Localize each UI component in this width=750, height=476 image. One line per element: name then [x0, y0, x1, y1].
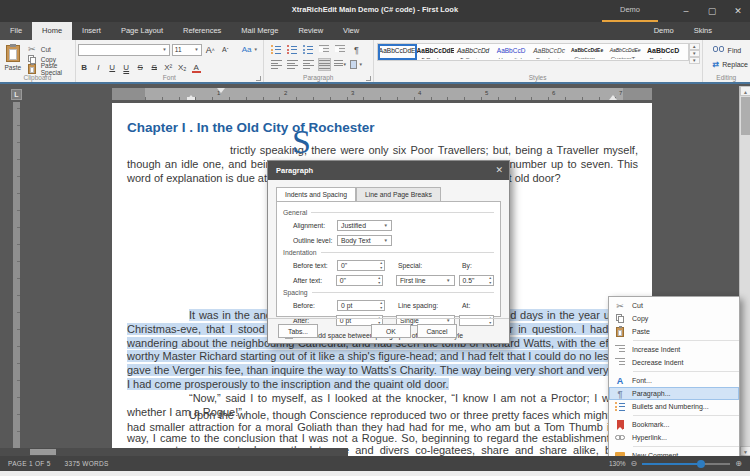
font-i-button[interactable]: I [92, 60, 105, 74]
align-center-button[interactable] [286, 58, 299, 71]
menu-item-bulletsandnumbering[interactable]: Bullets and Numbering... [609, 400, 739, 413]
menu-item-copy[interactable]: Copy [609, 312, 739, 325]
ribbon-tab-review[interactable]: Review [288, 22, 333, 40]
font-u-button[interactable]: U [106, 60, 119, 74]
titlebar-demo-tab[interactable]: Demo [602, 0, 658, 22]
minimize-button[interactable]: – [680, 6, 692, 16]
horizontal-scrollbar[interactable] [0, 448, 348, 456]
dialog-close-icon[interactable]: ✕ [495, 161, 503, 180]
style-item-custom[interactable]: AaBbCcDdEeCustom... [569, 45, 606, 59]
spacing-before-spin[interactable]: 0 pt▲▼ [337, 300, 385, 311]
menu-item-hyperlink[interactable]: Hyperlink... [609, 431, 739, 444]
paste-button[interactable]: Paste [2, 42, 24, 72]
horizontal-ruler[interactable]: 1234567 [112, 88, 652, 100]
ribbon-tab-page-layout[interactable]: Page Layout [111, 22, 173, 40]
dialog-tab-line-and-page-breaks[interactable]: Line and Page Breaks [356, 187, 441, 202]
zoom-out-icon[interactable]: ⊖ [631, 459, 638, 468]
font-b-button[interactable]: B [78, 60, 91, 74]
style-item-custo[interactable]: AaBbCcDdE¶ Custo... [379, 45, 416, 59]
before-text-spin[interactable]: 0"▲▼ [337, 260, 385, 271]
shading-button[interactable]: ▼ [350, 58, 363, 71]
ok-button[interactable]: OK [371, 324, 411, 338]
scroll-up-icon[interactable]: ▲ [740, 86, 750, 96]
font-uu-button[interactable]: U [120, 60, 133, 74]
menu-item-bookmark[interactable]: Bookmark... [609, 418, 739, 431]
scroll-down-icon[interactable]: ▼ [740, 446, 750, 456]
by-spin[interactable]: 0.5"▲▼ [459, 275, 494, 286]
replace-button[interactable]: ⇄ Replace [705, 56, 748, 70]
ribbon-tab-skins[interactable]: Skins [684, 22, 722, 40]
align-right-button[interactable] [302, 58, 315, 71]
ribbon-tab-references[interactable]: References [173, 22, 231, 40]
right-indent-marker[interactable] [609, 95, 617, 100]
vertical-scrollbar[interactable]: ▲ ▼ [739, 86, 750, 456]
alignment-combo[interactable]: Justified▼ [337, 220, 392, 231]
find-button[interactable]: Find [705, 42, 748, 56]
bullets-button[interactable] [270, 43, 283, 56]
vertical-scrollbar-thumb[interactable] [741, 97, 750, 135]
maximize-button[interactable]: ▢ [706, 6, 718, 16]
zoom-in-icon[interactable]: ⊕ [735, 459, 742, 468]
gallery-down-icon[interactable]: ▼ [689, 50, 700, 57]
first-line-indent-marker[interactable] [217, 88, 225, 93]
ribbon-tab-mail-merge[interactable]: Mail Merge [231, 22, 288, 40]
shrink-font-button[interactable]: Aˇ [219, 43, 232, 57]
multilevel-list-button[interactable] [302, 43, 315, 56]
menu-item-paragraph[interactable]: ¶Paragraph... [609, 387, 739, 400]
style-item-hyperlink[interactable]: AaBbCcDHyperlink [493, 45, 530, 59]
clipboard-cut-button[interactable]: ✂Cut [24, 44, 73, 54]
menu-separator [633, 446, 739, 447]
style-item-custo[interactable]: AaBbCcDd¶ Custo... [455, 45, 492, 59]
menu-item-font[interactable]: AFont... [609, 374, 739, 387]
change-case-button[interactable]: Aa▼ [242, 45, 261, 54]
ribbon-tab-file[interactable]: File [0, 22, 32, 40]
left-indent-box[interactable] [187, 97, 195, 100]
align-left-button[interactable] [270, 58, 283, 71]
menu-item-newcomment[interactable]: New Comment [609, 449, 739, 456]
show-marks-button[interactable]: ¶ [350, 43, 363, 56]
increase-indent-button[interactable] [334, 43, 347, 56]
font-rel-button[interactable]: A [190, 60, 203, 74]
horizontal-scrollbar-thumb[interactable] [30, 449, 56, 455]
font-X²-button[interactable]: X² [162, 60, 175, 74]
gallery-up-icon[interactable]: ▲ [689, 43, 700, 50]
style-item-customt[interactable]: AaBbCcDdEeCustomT... [607, 45, 644, 59]
font-ss-button[interactable]: S [148, 60, 161, 74]
line-spacing-button[interactable]: ▼ [334, 58, 347, 71]
tabs-button[interactable]: Tabs... [278, 324, 318, 338]
close-button[interactable]: ✕ [732, 6, 744, 16]
style-item-emphasis[interactable]: AaBbCcDcEmphasis [531, 45, 568, 59]
zoom-slider[interactable] [642, 463, 730, 465]
ribbon-tab-demo[interactable]: Demo [644, 22, 684, 40]
font-X₂-button[interactable]: X₂ [176, 60, 189, 74]
menu-item-increaseindent[interactable]: Increase Indent [609, 343, 739, 356]
menu-item-cut[interactable]: ✂Cut [609, 299, 739, 312]
font-size-combo[interactable]: 11▼ [172, 44, 202, 56]
zoom-slider-knob[interactable] [697, 460, 705, 468]
style-item-rochest[interactable]: AaBbCcDRochest... [645, 45, 682, 59]
gallery-expand-icon[interactable]: ▼ [689, 57, 700, 64]
decrease-indent-button[interactable] [318, 43, 331, 56]
ribbon-tab-insert[interactable]: Insert [72, 22, 111, 40]
font-s-button[interactable]: S [134, 60, 147, 74]
tab-stop-selector[interactable]: L [11, 89, 22, 100]
special-combo[interactable]: First line▼ [396, 275, 455, 286]
clipboard-paste-special-button[interactable]: Paste Special [24, 64, 73, 74]
justify-button[interactable] [318, 58, 331, 71]
vertical-ruler[interactable] [13, 102, 20, 456]
after-text-spin[interactable]: 0"▲▼ [336, 275, 383, 286]
style-item-roche[interactable]: AaBbCcDdE¶ Roche... [417, 45, 454, 59]
numbering-button[interactable] [286, 43, 299, 56]
menu-item-paste[interactable]: Paste [609, 325, 739, 338]
ribbon-tab-view[interactable]: View [333, 22, 369, 40]
word-count[interactable]: 3375 WORDS [65, 460, 109, 467]
outline-level-combo[interactable]: Body Text▼ [337, 235, 392, 246]
menu-item-decreaseindent[interactable]: Decrease Indent [609, 356, 739, 369]
cancel-button[interactable]: Cancel [417, 324, 457, 338]
dialog-tab-indents-and-spacing[interactable]: Indents and Spacing [276, 187, 356, 202]
ribbon-tab-home[interactable]: Home [32, 22, 72, 40]
page-indicator[interactable]: PAGE 1 OF 5 [8, 460, 51, 467]
font-name-combo[interactable]: ▼ [78, 44, 170, 56]
dialog-title[interactable]: Paragraph [268, 161, 509, 180]
grow-font-button[interactable]: A˄ [204, 43, 217, 57]
